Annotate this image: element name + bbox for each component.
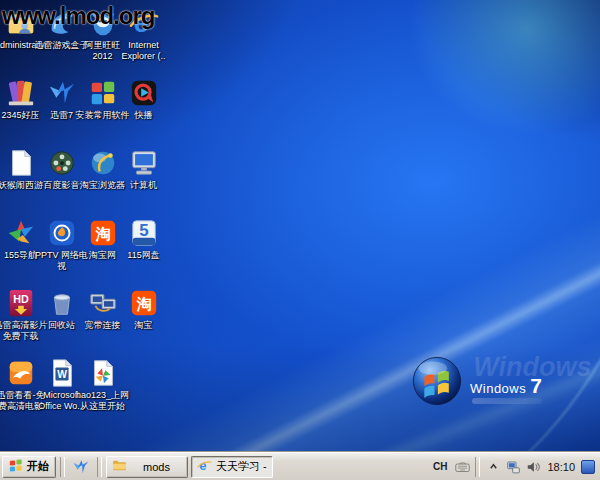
keyboard-icon[interactable] [454, 459, 470, 475]
svg-text:淘: 淘 [135, 295, 151, 312]
svg-text:淘: 淘 [94, 225, 110, 242]
show-hidden-icons-chevron[interactable] [485, 459, 501, 475]
taskbar-divider [60, 457, 65, 477]
haozip-books-icon [6, 78, 36, 108]
seven-text: 7 [530, 374, 542, 397]
svg-text:W: W [57, 369, 67, 380]
desktop-icon-115-cloud[interactable]: 5 115网盘 [123, 218, 164, 288]
pptv-icon [47, 218, 77, 248]
quicklaunch-xunlei[interactable] [69, 456, 93, 478]
ime-language-indicator[interactable]: CH [430, 459, 450, 474]
desktop-icon-label: Internet Explorer (.. [116, 40, 172, 61]
wallpaper-edition-text [472, 398, 542, 404]
origami-bird-icon [6, 218, 36, 248]
word-document-icon: W [47, 358, 77, 388]
system-tray: CH 18:10 [427, 455, 598, 479]
xunlei-bird-icon [72, 458, 90, 476]
desktop-icon-taobao[interactable]: 淘 淘宝 [123, 288, 164, 358]
start-label: 开始 [27, 459, 49, 474]
film-reel-icon [47, 148, 77, 178]
internet-explorer-icon: e [197, 458, 212, 475]
tray-divider [475, 457, 480, 477]
desktop-icon-label: 115网盘 [116, 250, 172, 261]
desktop-icon-hao123[interactable]: hao123_上网从这里开始 [82, 358, 123, 428]
taskbar-button-label: 天天学习 -... [216, 459, 267, 474]
taobao-icon: 淘 [88, 218, 118, 248]
kankan-icon [6, 358, 36, 388]
desktop-icon-qvod[interactable]: 快播 [123, 78, 164, 148]
windows7-label: Windows7 [470, 374, 542, 398]
taobao-icon: 淘 [129, 288, 159, 318]
folder-icon [112, 459, 127, 474]
svg-text:HD: HD [13, 293, 29, 305]
taskbar-button-mods[interactable]: mods [106, 456, 188, 478]
windows-flag-icon [9, 459, 23, 475]
clock[interactable]: 18:10 [545, 461, 577, 473]
taskbar-divider [97, 457, 102, 477]
text-document-icon [6, 148, 36, 178]
desktop-icon-grid: Administrator 迅雷游戏盒子 阿里旺旺2012 e Internet… [0, 8, 164, 428]
computer-icon [129, 148, 159, 178]
desktop-icon-computer[interactable]: 计算机 [123, 148, 164, 218]
xunlei-bird-icon [47, 78, 77, 108]
start-button[interactable]: 开始 [2, 456, 56, 478]
taskbar: 开始 mods e 天天学习 -... CH [0, 452, 600, 480]
taskbar-button-tiantianxuexi[interactable]: e 天天学习 -... [191, 456, 273, 478]
volume-icon[interactable] [525, 459, 541, 475]
windows-text: Windows [470, 381, 526, 396]
colored-squares-icon [88, 78, 118, 108]
windows7-brand: Windows 7 Windows7 [410, 352, 600, 432]
recycle-bin-icon [47, 288, 77, 318]
tray-app-icon[interactable] [581, 460, 595, 474]
globe-comet-icon [88, 148, 118, 178]
desktop-screen: www.lmod.org Windows 7 Windows7 [0, 0, 600, 480]
taskbar-button-label: mods [131, 461, 182, 473]
windows7-orb-logo [410, 354, 464, 412]
broadband-connection-icon [88, 288, 118, 318]
watermark-text: www.lmod.org [2, 2, 154, 30]
desktop-icon-label: 计算机 [116, 180, 172, 191]
desktop-icon-label: 快播 [116, 110, 172, 121]
desktop-icon-label: 淘宝 [116, 320, 172, 331]
svg-text:e: e [199, 458, 206, 473]
qvod-icon [129, 78, 159, 108]
svg-text:5: 5 [139, 221, 148, 240]
hao123-pinwheel-icon [88, 358, 118, 388]
desktop-icon-label: hao123_上网从这里开始 [75, 390, 131, 411]
115-disk-icon: 5 [129, 218, 159, 248]
network-icon[interactable] [505, 459, 521, 475]
hd-download-icon: HD [6, 288, 36, 318]
